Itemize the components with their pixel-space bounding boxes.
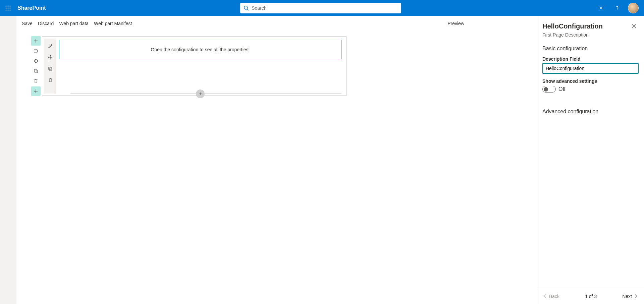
move-webpart-button[interactable] — [46, 53, 55, 62]
delete-webpart-button[interactable] — [46, 75, 55, 85]
duplicate-webpart-button[interactable] — [46, 64, 55, 73]
copy-icon — [33, 68, 39, 74]
svg-point-6 — [5, 9, 6, 10]
svg-rect-17 — [34, 69, 37, 72]
svg-point-2 — [9, 5, 10, 6]
add-webpart-divider — [70, 94, 341, 94]
trash-icon — [48, 77, 53, 83]
group-basic-heading: Basic configuration — [542, 46, 639, 52]
move-icon — [48, 55, 53, 60]
add-section-bottom-button[interactable] — [31, 86, 41, 96]
editor-column: Save Discard Web part data Web part Mani… — [16, 16, 537, 304]
svg-point-5 — [9, 7, 10, 8]
webpart-toolbar — [44, 39, 56, 94]
preview-button[interactable]: Preview — [447, 19, 464, 27]
save-button[interactable]: Save — [22, 19, 33, 27]
search-box[interactable] — [240, 3, 401, 13]
svg-point-7 — [7, 9, 8, 10]
svg-rect-20 — [49, 68, 52, 70]
svg-rect-16 — [35, 70, 38, 73]
toggle-knob — [544, 87, 548, 92]
add-webpart-button[interactable] — [196, 89, 205, 98]
next-button[interactable]: Next — [622, 294, 639, 299]
edit-webpart-button[interactable] — [46, 41, 55, 51]
left-rail — [0, 16, 16, 304]
edit-square-icon — [33, 48, 39, 54]
toggle-state-label: Off — [558, 86, 566, 92]
move-icon — [33, 58, 39, 64]
svg-point-8 — [9, 9, 10, 10]
svg-point-11 — [600, 7, 602, 9]
show-advanced-label: Show advanced settings — [542, 78, 639, 84]
svg-rect-21 — [49, 67, 51, 70]
delete-section-button[interactable] — [31, 76, 41, 86]
trash-icon — [33, 78, 39, 84]
suite-header: SharePoint — [0, 0, 644, 16]
chevron-left-icon — [542, 294, 548, 299]
app-launcher-button[interactable] — [3, 3, 13, 13]
page-indicator: 1 of 3 — [585, 294, 597, 299]
search-input[interactable] — [252, 5, 398, 11]
section-box: Open the configuration to see all the pr… — [42, 36, 346, 96]
content-row: Save Discard Web part data Web part Mani… — [0, 16, 644, 304]
search-icon — [244, 5, 249, 11]
help-icon — [614, 5, 620, 11]
webpart-placeholder-text: Open the configuration to see all the pr… — [63, 47, 337, 52]
duplicate-section-button[interactable] — [31, 66, 41, 76]
panel-title: HelloConfiguration — [542, 22, 603, 30]
chevron-right-icon — [633, 294, 639, 299]
gear-icon — [598, 5, 604, 11]
show-advanced-toggle[interactable] — [542, 86, 556, 93]
add-section-top-button[interactable] — [31, 36, 41, 46]
svg-point-9 — [244, 6, 248, 9]
plus-icon — [198, 91, 203, 97]
move-section-button[interactable] — [31, 56, 41, 66]
description-field-label: Description Field — [542, 56, 639, 62]
svg-point-0 — [5, 5, 6, 6]
svg-point-4 — [7, 7, 8, 8]
group-advanced-heading: Advanced configuration — [542, 109, 639, 115]
back-label: Back — [549, 294, 559, 299]
panel-footer: Back 1 of 3 Next — [537, 288, 644, 304]
user-avatar[interactable] — [628, 3, 639, 13]
pencil-icon — [48, 43, 53, 49]
plus-icon — [33, 88, 39, 94]
close-icon — [631, 23, 637, 29]
command-bar: Save Discard Web part data Web part Mani… — [16, 16, 537, 31]
canvas-area: Open the configuration to see all the pr… — [16, 31, 537, 304]
plus-icon — [33, 38, 39, 44]
next-label: Next — [622, 294, 632, 299]
webpart-data-button[interactable]: Web part data — [59, 19, 89, 27]
svg-point-3 — [5, 7, 6, 8]
panel-subtitle: First Page Description — [537, 32, 644, 43]
section-toolbar — [30, 36, 42, 96]
webpart-manifest-button[interactable]: Web part Manifest — [94, 19, 132, 27]
waffle-icon — [5, 5, 11, 11]
help-button[interactable] — [612, 3, 623, 13]
settings-button[interactable] — [596, 3, 606, 13]
svg-line-10 — [247, 9, 249, 10]
discard-button[interactable]: Discard — [38, 19, 54, 27]
back-button: Back — [542, 294, 559, 299]
property-pane: HelloConfiguration First Page Descriptio… — [537, 16, 644, 304]
close-panel-button[interactable] — [629, 21, 639, 31]
webpart-selected[interactable]: Open the configuration to see all the pr… — [59, 40, 341, 59]
app-name-label: SharePoint — [17, 5, 46, 11]
edit-section-button[interactable] — [31, 46, 41, 56]
svg-point-1 — [7, 5, 8, 6]
copy-icon — [48, 66, 53, 71]
description-field-input[interactable] — [542, 63, 639, 74]
svg-point-12 — [617, 9, 618, 10]
